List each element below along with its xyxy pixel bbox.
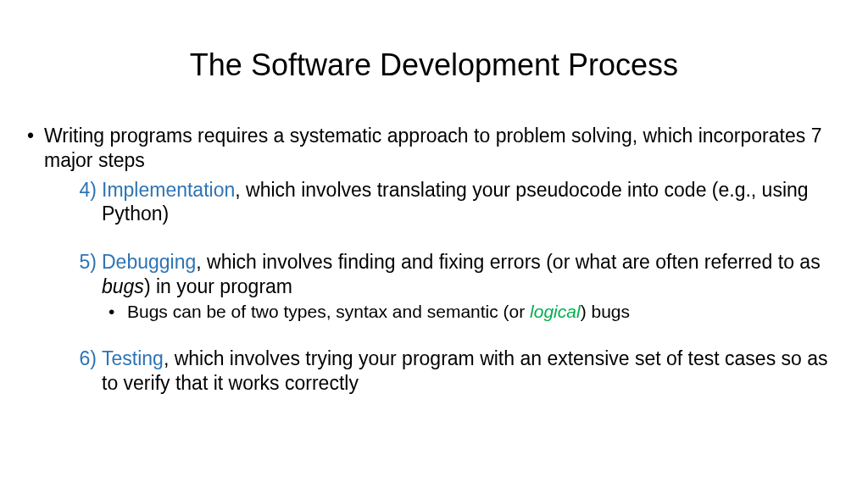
step-4-number: 4) [70, 178, 97, 202]
step-5-rest-b: ) in your program [144, 275, 292, 297]
step-5-number: 5) [70, 250, 97, 274]
slide-title: The Software Development Process [0, 47, 868, 83]
step-6-number: 6) [70, 347, 97, 371]
spacer [24, 228, 844, 248]
slide-content: Writing programs requires a systematic a… [0, 124, 868, 395]
intro-bullet: Writing programs requires a systematic a… [24, 124, 844, 173]
step-4-term: Implementation [102, 179, 235, 201]
step-6-rest: , which involves trying your program wit… [102, 347, 828, 394]
intro-text: Writing programs requires a systematic a… [44, 125, 821, 171]
step-5-sub-b: ) bugs [581, 302, 630, 321]
step-5-sub-a: Bugs can be of two types, syntax and sem… [127, 302, 530, 321]
step-6: 6) Testing, which involves trying your p… [24, 347, 844, 396]
spacer [24, 324, 844, 345]
step-5: 5) Debugging, which involves finding and… [24, 250, 844, 299]
step-5-sub: Bugs can be of two types, syntax and sem… [24, 301, 844, 323]
step-5-logical: logical [530, 302, 581, 321]
step-6-body: Testing, which involves trying your prog… [102, 347, 844, 396]
step-4-body: Implementation, which involves translati… [102, 178, 844, 227]
slide: The Software Development Process Writing… [0, 47, 868, 488]
step-5-body: Debugging, which involves finding and fi… [102, 250, 844, 299]
step-4: 4) Implementation, which involves transl… [24, 178, 844, 227]
step-6-term: Testing [102, 347, 164, 369]
step-5-term: Debugging [102, 251, 196, 273]
step-5-rest-a: , which involves finding and fixing erro… [196, 251, 820, 273]
step-5-bugs: bugs [102, 275, 144, 297]
